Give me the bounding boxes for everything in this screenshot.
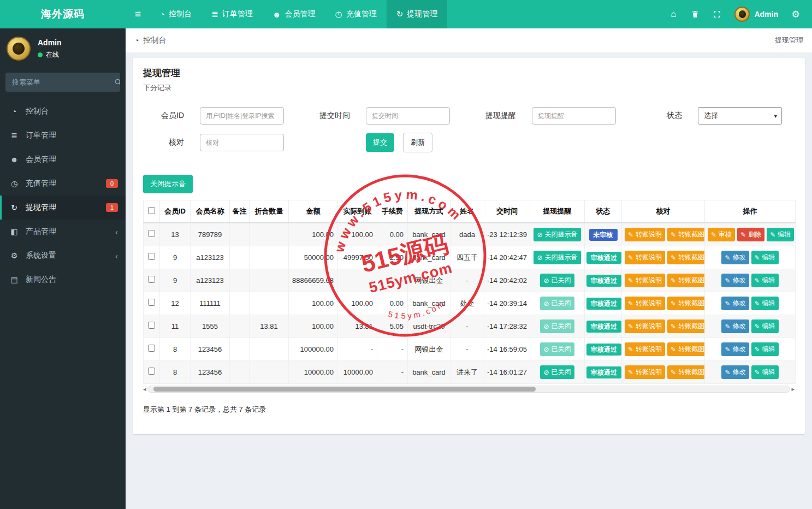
submit-button[interactable]: 提交 bbox=[366, 133, 394, 152]
check-button[interactable]: ✎转账截图 bbox=[667, 251, 704, 264]
check-button[interactable]: ✎转账说明 bbox=[625, 342, 665, 356]
check-button[interactable]: ✎转账说明 bbox=[625, 274, 665, 287]
menu-search-button[interactable] bbox=[115, 73, 120, 92]
check-button[interactable]: ✎转账截图 bbox=[667, 297, 704, 310]
row-checkbox[interactable] bbox=[148, 230, 155, 237]
sidebar-menu: ◔ 控制台 ≣ 订单管理 ☻ 会员管理 ◷ 充值管理 0 ↻ 提现管理 1 ◧ … bbox=[0, 99, 126, 292]
check-button[interactable]: ✎转账说明 bbox=[625, 228, 665, 241]
scrollbar-track[interactable] bbox=[147, 386, 791, 393]
products-icon: ◧ bbox=[9, 227, 19, 236]
cell-fee: - bbox=[377, 269, 408, 292]
sidebar-item-recharge[interactable]: ◷ 充值管理 0 bbox=[0, 171, 126, 196]
topnav-item-withdraw[interactable]: ↻ 提现管理 bbox=[387, 0, 448, 28]
action-button[interactable]: ✎修改 bbox=[721, 274, 749, 287]
select-all-checkbox[interactable] bbox=[148, 207, 155, 214]
remind-button[interactable]: ⊘已关闭 bbox=[540, 365, 574, 379]
sidebar-item-products[interactable]: ◧ 产品管理 ‹ bbox=[0, 220, 126, 244]
sidebar-item-orders[interactable]: ≣ 订单管理 bbox=[0, 123, 126, 147]
action-button[interactable]: ✎编辑 bbox=[767, 228, 794, 241]
scroll-right-arrow[interactable]: ▸ bbox=[791, 386, 795, 393]
action-button[interactable]: ✎审核 bbox=[708, 228, 735, 241]
scrollbar-thumb[interactable] bbox=[153, 387, 536, 392]
ban-icon: ⊘ bbox=[537, 231, 542, 239]
action-button[interactable]: ✎编辑 bbox=[751, 274, 779, 287]
action-button[interactable]: ✎修改 bbox=[721, 297, 749, 310]
remind-button[interactable]: ⊘关闭提示音 bbox=[534, 251, 580, 264]
cell-fee: 2.50 bbox=[377, 246, 408, 269]
user-panel: Admin 在线 bbox=[0, 28, 126, 66]
check-button[interactable]: ✎转账截图 bbox=[667, 365, 704, 379]
topnav-item-console[interactable]: ◔ 控制台 bbox=[150, 0, 201, 28]
action-button[interactable]: ✎删除 bbox=[737, 228, 764, 241]
chevron-down-icon: ▾ bbox=[774, 113, 777, 120]
breadcrumb: ◔ 控制台 提现管理 bbox=[126, 28, 812, 52]
check-button[interactable]: ✎转账截图 bbox=[667, 274, 704, 287]
action-button[interactable]: ✎编辑 bbox=[751, 297, 779, 310]
check-button[interactable]: ✎转账说明 bbox=[625, 297, 665, 310]
sidebar-item-console[interactable]: ◔ 控制台 bbox=[0, 99, 126, 123]
topnav-item-recharge[interactable]: ◷ 充值管理 bbox=[325, 0, 387, 28]
action-button[interactable]: ✎编辑 bbox=[751, 365, 779, 379]
user-menu[interactable]: Admin bbox=[729, 7, 784, 22]
pencil-icon: ✎ bbox=[628, 369, 633, 376]
home-button[interactable]: ⌂ bbox=[663, 4, 683, 24]
submit-time-input[interactable] bbox=[366, 107, 450, 125]
column-header: 金额 bbox=[289, 200, 338, 223]
remind-button[interactable]: ⊘已关闭 bbox=[540, 342, 574, 356]
action-button[interactable]: ✎修改 bbox=[721, 319, 749, 333]
cell-member_id: 8 bbox=[160, 361, 191, 384]
fullscreen-button[interactable] bbox=[707, 4, 727, 24]
check-button[interactable]: ✎转账截图 bbox=[667, 319, 704, 333]
orders-icon: ≣ bbox=[211, 9, 218, 19]
sidebar-item-withdraw[interactable]: ↻ 提现管理 1 bbox=[0, 196, 126, 220]
topnav-item-members[interactable]: ☻ 会员管理 bbox=[263, 0, 325, 28]
remind-button[interactable]: ⊘关闭提示音 bbox=[534, 228, 580, 241]
mute-sound-button[interactable]: 关闭提示音 bbox=[143, 175, 193, 193]
remind-button[interactable]: ⊘已关闭 bbox=[540, 319, 574, 333]
row-checkbox[interactable] bbox=[148, 345, 155, 352]
action-button[interactable]: ✎修改 bbox=[721, 342, 749, 356]
action-button[interactable]: ✎编辑 bbox=[751, 319, 779, 333]
check-input[interactable] bbox=[200, 134, 284, 151]
pencil-icon: ✎ bbox=[671, 300, 676, 307]
sidebar-item-label: 系统设置 bbox=[26, 251, 56, 261]
refresh-button[interactable]: 刷新 bbox=[403, 133, 432, 152]
trash-button[interactable] bbox=[685, 4, 705, 24]
ban-icon: ⊘ bbox=[543, 346, 549, 353]
menu-search-input[interactable] bbox=[5, 73, 115, 92]
action-button[interactable]: ✎编辑 bbox=[751, 342, 779, 356]
sidebar-item-members[interactable]: ☻ 会员管理 bbox=[0, 147, 126, 171]
sidebar-item-settings[interactable]: ⚙ 系统设置 ‹ bbox=[0, 244, 126, 268]
check-button[interactable]: ✎转账说明 bbox=[625, 319, 665, 333]
chevron-left-icon: ‹ bbox=[115, 227, 118, 236]
action-button[interactable]: ✎修改 bbox=[721, 365, 749, 379]
remind-input[interactable] bbox=[532, 107, 616, 125]
dashboard-icon: ◔ bbox=[9, 107, 19, 116]
status-badge: 审核通过 bbox=[586, 275, 621, 287]
cell-actual: 49997.50 bbox=[338, 246, 377, 269]
check-button[interactable]: ✎转账说明 bbox=[625, 251, 665, 264]
row-checkbox[interactable] bbox=[148, 253, 155, 260]
check-button[interactable]: ✎转账截图 bbox=[667, 342, 704, 356]
topnav-item-orders[interactable]: ≣ 订单管理 bbox=[201, 0, 263, 28]
remind-button[interactable]: ⊘已关闭 bbox=[540, 274, 574, 287]
row-checkbox[interactable] bbox=[148, 368, 155, 375]
check-button[interactable]: ✎转账说明 bbox=[625, 365, 665, 379]
breadcrumb-home[interactable]: ◔ 控制台 bbox=[134, 35, 166, 45]
cell-quantity bbox=[250, 338, 289, 361]
sidebar-item-news[interactable]: ▤ 新闻公告 bbox=[0, 268, 126, 292]
check-button[interactable]: ✎转账截图 bbox=[667, 228, 704, 241]
row-checkbox[interactable] bbox=[148, 276, 155, 283]
sidebar-toggle-button[interactable]: ≡ bbox=[126, 0, 150, 28]
cell-member_name: a123123 bbox=[191, 246, 230, 269]
user-menu-label: Admin bbox=[754, 10, 778, 19]
action-button[interactable]: ✎修改 bbox=[721, 251, 749, 264]
status-select[interactable]: 选择 ▾ bbox=[698, 107, 782, 125]
row-checkbox[interactable] bbox=[148, 299, 155, 306]
member-id-input[interactable] bbox=[200, 107, 284, 125]
action-button[interactable]: ✎编辑 bbox=[751, 251, 779, 264]
scroll-left-arrow[interactable]: ◂ bbox=[143, 386, 146, 393]
row-checkbox[interactable] bbox=[148, 322, 155, 329]
remind-button[interactable]: ⊘已关闭 bbox=[540, 297, 574, 310]
settings-button[interactable]: ⚙ bbox=[786, 4, 805, 24]
